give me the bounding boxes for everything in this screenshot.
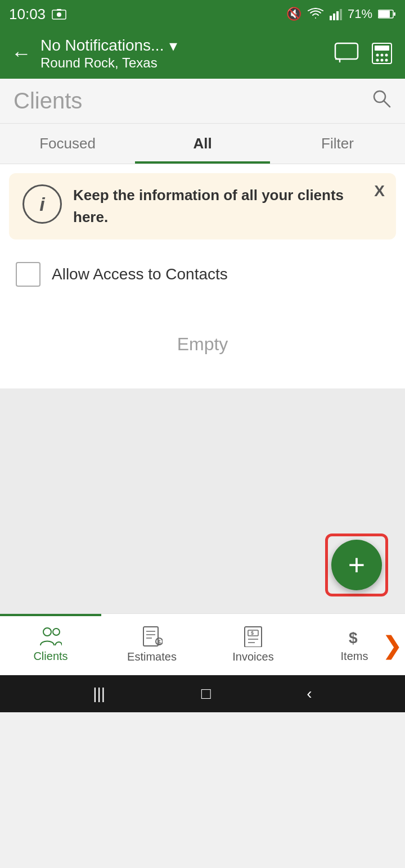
clients-label: Clients: [33, 650, 68, 663]
bottom-nav: Clients $ Estimates $ Invoices $ Items: [0, 613, 405, 675]
invoices-icon: $: [242, 626, 264, 647]
svg-point-14: [381, 54, 384, 57]
empty-text: Empty: [177, 334, 228, 355]
search-button[interactable]: [371, 88, 392, 114]
close-button[interactable]: X: [374, 182, 385, 200]
signal-icon: [330, 8, 342, 20]
info-banner: X i Keep the information of all your cli…: [9, 173, 396, 239]
wifi-icon: [307, 8, 324, 20]
svg-point-21: [43, 628, 51, 636]
nav-estimates[interactable]: $ Estimates: [101, 614, 202, 675]
svg-rect-8: [379, 11, 390, 17]
svg-rect-2: [57, 9, 61, 11]
svg-rect-4: [333, 13, 335, 20]
more-chevron[interactable]: ❯: [382, 630, 403, 659]
contacts-checkbox[interactable]: [16, 262, 40, 287]
estimates-icon: $: [141, 626, 163, 647]
back-button[interactable]: ←: [11, 42, 32, 65]
info-text: Keep the information of all your clients…: [73, 184, 382, 228]
estimates-label: Estimates: [127, 650, 177, 663]
svg-rect-12: [375, 46, 389, 51]
fab-highlight: +: [325, 534, 388, 596]
plus-icon: +: [348, 550, 365, 580]
chat-icon[interactable]: [334, 42, 359, 65]
svg-point-13: [376, 54, 379, 57]
photo-icon: [51, 8, 67, 20]
status-time: 10:03: [9, 6, 67, 23]
nav-invoices[interactable]: $ Invoices: [202, 614, 304, 675]
clients-icon: [39, 626, 62, 647]
svg-text:$: $: [158, 639, 161, 645]
invoices-label: Invoices: [232, 650, 273, 663]
svg-rect-9: [394, 12, 395, 16]
calculator-icon[interactable]: [370, 42, 394, 65]
status-bar: 10:03 🔇 71%: [0, 0, 405, 28]
status-icons: 🔇 71%: [286, 7, 396, 21]
page-header: Clients: [0, 79, 405, 124]
gray-area: +: [0, 388, 405, 613]
svg-point-22: [53, 629, 60, 635]
svg-point-18: [385, 59, 388, 62]
content-area: X i Keep the information of all your cli…: [0, 164, 405, 388]
nav-clients[interactable]: Clients: [0, 614, 101, 675]
svg-line-20: [384, 101, 390, 107]
nav-actions: [334, 42, 394, 65]
svg-rect-6: [340, 9, 342, 20]
svg-rect-10: [335, 43, 358, 59]
tab-focused[interactable]: Focused: [0, 124, 135, 164]
svg-point-17: [381, 59, 384, 62]
nav-title: No Notifications...: [40, 37, 164, 55]
system-nav: ||| □ ‹: [0, 675, 405, 712]
info-icon: i: [22, 184, 62, 224]
tab-all[interactable]: All: [135, 124, 270, 164]
items-label: Items: [341, 650, 368, 663]
svg-point-1: [57, 12, 61, 17]
fab-container: +: [325, 534, 388, 596]
items-icon: $: [344, 626, 364, 647]
contacts-access-row: Allow Access to Contacts: [0, 248, 405, 300]
tab-filter[interactable]: Filter: [270, 124, 405, 164]
svg-rect-5: [336, 11, 339, 20]
svg-point-16: [376, 59, 379, 62]
tabs-bar: Focused All Filter: [0, 124, 405, 164]
svg-text:$: $: [349, 629, 358, 647]
dropdown-arrow[interactable]: ▾: [169, 37, 177, 55]
home-button[interactable]: □: [201, 685, 211, 703]
add-client-button[interactable]: +: [331, 540, 382, 590]
search-icon: [371, 88, 392, 108]
nav-title-block: No Notifications... ▾ Round Rock, Texas: [40, 37, 325, 71]
battery-text: 71%: [348, 7, 372, 21]
nav-bar: ← No Notifications... ▾ Round Rock, Texa…: [0, 28, 405, 79]
nav-subtitle: Round Rock, Texas: [40, 55, 325, 71]
menu-button[interactable]: |||: [93, 685, 105, 703]
page-title: Clients: [14, 88, 82, 114]
svg-point-15: [385, 54, 388, 57]
svg-rect-3: [330, 16, 332, 20]
battery-icon: [378, 9, 396, 19]
mute-icon: 🔇: [286, 7, 302, 21]
contacts-label: Allow Access to Contacts: [52, 265, 228, 283]
empty-state: Empty: [0, 300, 405, 388]
back-system-button[interactable]: ‹: [307, 685, 312, 703]
svg-text:$: $: [251, 630, 254, 636]
